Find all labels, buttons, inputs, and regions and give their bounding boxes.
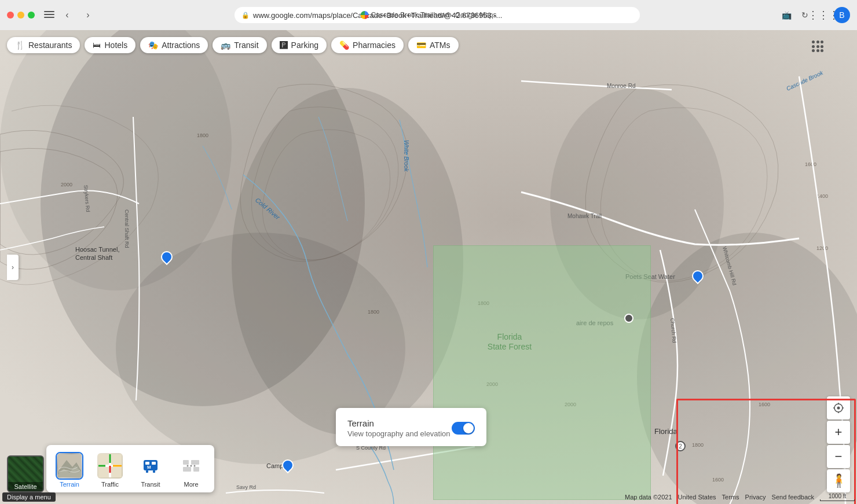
svg-point-56 bbox=[194, 465, 196, 467]
svg-text:Central Shaft Rd: Central Shaft Rd bbox=[124, 209, 130, 248]
transit-chip[interactable]: 🚌 Transit bbox=[213, 37, 266, 53]
display-menu-button[interactable]: Display a menu bbox=[2, 492, 56, 502]
attribution-area: Map data ©2021 United States Terms Priva… bbox=[625, 493, 855, 501]
transit-layer-button[interactable]: M Transit bbox=[131, 450, 170, 490]
camping-pin[interactable] bbox=[282, 459, 294, 474]
apps-grid-button[interactable]: ⋮⋮⋮ bbox=[815, 7, 832, 23]
attractions-chip[interactable]: 🎭 Attractions bbox=[140, 37, 208, 53]
poets-seat-pin[interactable] bbox=[692, 270, 704, 285]
svg-text:Central Shaft: Central Shaft bbox=[75, 254, 112, 261]
svg-text:Cascade Brook: Cascade Brook bbox=[785, 69, 825, 92]
svg-text:Florida: Florida bbox=[654, 427, 678, 436]
terrain-toggle-thumb bbox=[463, 423, 474, 433]
map-container: 2000 1800 1800 2000 1600 1400 1200 2000 … bbox=[0, 30, 857, 504]
traffic-lights bbox=[7, 12, 35, 19]
bottom-layer-controls: Satellite bbox=[7, 445, 214, 492]
florida-circle-marker: 2 bbox=[675, 441, 686, 451]
more-icon-wrap bbox=[177, 452, 205, 480]
svg-text:1800: 1800 bbox=[692, 442, 704, 448]
scale-control: 1000 ft bbox=[820, 493, 855, 501]
cast-icon[interactable]: 📺 bbox=[778, 7, 794, 23]
atms-label: ATMs bbox=[430, 41, 451, 50]
pharmacies-chip[interactable]: 💊 Pharmacies bbox=[331, 37, 404, 53]
privacy-link[interactable]: Privacy bbox=[745, 494, 766, 501]
transit-layer-label: Transit bbox=[141, 481, 160, 488]
address-bar[interactable]: 🔒 www.google.com/maps/place/Cascade+Broo… bbox=[235, 7, 640, 23]
svg-text:1600: 1600 bbox=[805, 161, 816, 167]
hotels-label: Hotels bbox=[104, 41, 127, 50]
satellite-thumbnail[interactable]: Satellite bbox=[7, 455, 44, 492]
apps-grid-button[interactable] bbox=[808, 37, 827, 56]
traffic-layer-label: Traffic bbox=[101, 481, 119, 488]
parking-icon: 🅿 bbox=[280, 41, 288, 50]
svg-text:1800: 1800 bbox=[197, 133, 208, 138]
send-feedback-link[interactable]: Send feedback bbox=[772, 494, 814, 501]
maximize-button[interactable] bbox=[28, 12, 35, 19]
hotels-chip[interactable]: 🛏 Hotels bbox=[85, 37, 135, 53]
pegman-icon: 🧍 bbox=[831, 473, 847, 488]
layer-options: Terrain bbox=[46, 445, 214, 492]
user-avatar[interactable]: B bbox=[834, 7, 850, 23]
terrain-panel-title: Terrain bbox=[347, 418, 451, 428]
hoosac-tunnel-pin[interactable] bbox=[161, 251, 173, 266]
svg-text:1600: 1600 bbox=[759, 402, 770, 407]
hotels-icon: 🛏 bbox=[93, 41, 101, 50]
svg-text:Poets Seat Water: Poets Seat Water bbox=[625, 273, 675, 280]
svg-text:1200: 1200 bbox=[816, 245, 828, 251]
minimize-button[interactable] bbox=[17, 12, 24, 19]
close-button[interactable] bbox=[7, 12, 14, 19]
svg-text:Monroe Rd: Monroe Rd bbox=[607, 83, 635, 89]
terrain-toggle[interactable] bbox=[452, 422, 475, 435]
terrain-layer-button[interactable]: Terrain bbox=[50, 450, 89, 490]
filter-bar: 🍴 Restaurants 🛏 Hotels 🎭 Attractions 🚌 T… bbox=[7, 37, 459, 53]
svg-text:Florida: Florida bbox=[497, 332, 522, 341]
svg-rect-50 bbox=[183, 460, 189, 465]
bottom-bar: Display a menu Map data ©2021 United Sta… bbox=[0, 490, 857, 504]
back-button[interactable]: ‹ bbox=[59, 7, 75, 23]
svg-text:Whitcomb Hill Rd: Whitcomb Hill Rd bbox=[722, 246, 738, 286]
svg-text:1400: 1400 bbox=[816, 193, 828, 199]
attractions-label: Attractions bbox=[162, 41, 200, 50]
svg-point-6 bbox=[637, 233, 857, 504]
traffic-layer-button[interactable]: Traffic bbox=[90, 450, 130, 490]
terrain-icon bbox=[57, 453, 82, 479]
pharmacies-icon: 💊 bbox=[339, 41, 349, 50]
collapse-arrow[interactable]: › bbox=[7, 255, 19, 280]
more-layer-button[interactable]: More bbox=[171, 450, 211, 490]
svg-point-54 bbox=[187, 465, 189, 467]
traffic-icon-wrap bbox=[96, 452, 124, 480]
zoom-in-label: + bbox=[835, 426, 843, 439]
svg-rect-51 bbox=[191, 460, 199, 465]
atms-chip[interactable]: 💳 ATMs bbox=[408, 37, 459, 53]
sidebar-toggle-icon[interactable] bbox=[44, 11, 54, 19]
country-label: United States bbox=[678, 494, 716, 501]
restaurants-chip[interactable]: 🍴 Restaurants bbox=[7, 37, 80, 53]
pegman-button[interactable]: 🧍 bbox=[827, 469, 850, 492]
svg-text:State Forest: State Forest bbox=[488, 342, 532, 351]
svg-text:aire de repos: aire de repos bbox=[576, 319, 614, 326]
zoom-in-button[interactable]: + bbox=[827, 421, 850, 444]
terrain-panel-subtitle: View topography and elevation bbox=[347, 429, 451, 438]
svg-text:2000: 2000 bbox=[486, 381, 498, 387]
svg-point-5 bbox=[0, 30, 232, 290]
browser-right-icons: 📺 ↻ ⋮⋮⋮ B bbox=[778, 7, 850, 23]
zoom-out-button[interactable]: − bbox=[827, 445, 850, 468]
svg-text:Cold River: Cold River bbox=[254, 196, 282, 221]
svg-text:M: M bbox=[147, 465, 151, 470]
svg-point-3 bbox=[232, 88, 463, 435]
svg-rect-52 bbox=[183, 467, 191, 472]
atms-icon: 💳 bbox=[416, 41, 426, 50]
svg-text:Mohawk Trail: Mohawk Trail bbox=[567, 213, 602, 219]
aire-repos-pin[interactable] bbox=[624, 314, 633, 325]
locate-me-button[interactable] bbox=[827, 396, 850, 420]
svg-point-2 bbox=[41, 30, 365, 406]
terrain-layer-label: Terrain bbox=[60, 481, 79, 488]
svg-rect-46 bbox=[146, 470, 148, 473]
svg-text:Savy Rd: Savy Rd bbox=[236, 484, 256, 490]
terms-link[interactable]: Terms bbox=[722, 494, 739, 501]
svg-text:2000: 2000 bbox=[61, 182, 72, 187]
forward-button[interactable]: › bbox=[80, 7, 96, 23]
parking-chip[interactable]: 🅿 Parking bbox=[272, 37, 327, 53]
zoom-out-label: − bbox=[835, 450, 843, 463]
scale-bar-line bbox=[820, 499, 855, 501]
